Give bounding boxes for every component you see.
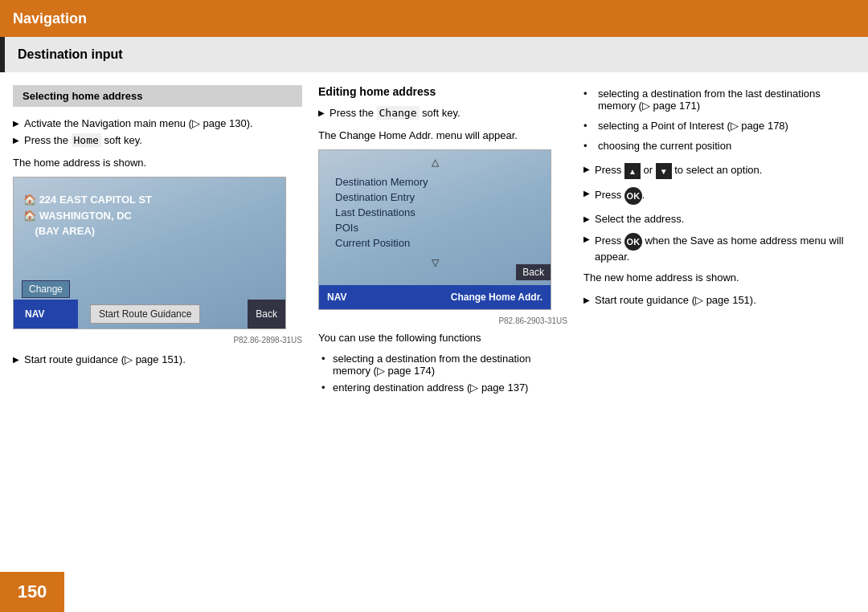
you-can-text: You can use the following functions bbox=[318, 332, 567, 344]
change-code: Change bbox=[377, 106, 420, 120]
menu-item-current-pos[interactable]: Current Position bbox=[335, 235, 534, 251]
ok-button-1: OK bbox=[624, 187, 642, 205]
right-steps-list: Press ▲ or ▼ to select an option. Press … bbox=[583, 161, 855, 265]
editing-title: Editing home address bbox=[318, 85, 567, 98]
footer: 150 bbox=[0, 572, 64, 612]
editing-step-1: Press the Change soft key. bbox=[318, 104, 567, 121]
selecting-home-box: Selecting home address bbox=[13, 85, 302, 107]
nav-label-left: NAV bbox=[14, 300, 78, 328]
dest-title: Destination input bbox=[18, 47, 123, 62]
image-ref-left: P82.86-2898-31US bbox=[13, 336, 302, 345]
change-menu-paragraph: The Change Home Addr. menu will appear. bbox=[318, 129, 567, 141]
middle-bullet-2: entering destination address (▷ page 137… bbox=[318, 379, 567, 396]
menu-item-last-dest[interactable]: Last Destinations bbox=[335, 205, 534, 220]
selecting-home-label: Selecting home address bbox=[23, 90, 143, 102]
left-step-1: Activate the Navigation main menu (▷ pag… bbox=[13, 115, 302, 132]
menu-items-list: Destination Memory Destination Entry Las… bbox=[319, 171, 551, 254]
menu-nav-label: NAV bbox=[327, 292, 346, 303]
new-home-paragraph: The new home address is shown. bbox=[583, 271, 855, 284]
right-step-4: Press OK when the Save as home address m… bbox=[583, 231, 855, 265]
middle-bullet-list: selecting a destination from the destina… bbox=[318, 350, 567, 396]
right-step-1: Press ▲ or ▼ to select an option. bbox=[583, 161, 855, 182]
change-button-screen[interactable]: Change bbox=[22, 280, 70, 298]
menu-screen-middle: △ Destination Memory Destination Entry L… bbox=[318, 149, 551, 310]
right-column: selecting a destination from the last de… bbox=[583, 85, 855, 559]
up-arrow-icon: ▲ bbox=[624, 163, 641, 179]
page-number: 150 bbox=[18, 581, 47, 602]
left-column: Selecting home address Activate the Navi… bbox=[13, 85, 302, 559]
left-steps-list: Activate the Navigation main menu (▷ pag… bbox=[13, 115, 302, 149]
address-display: 🏠 224 EAST CAPITOL ST 🏠 WASHINGTON, DC (… bbox=[23, 192, 152, 239]
right-bullet-2: selecting a Point of Interest (▷ page 17… bbox=[583, 117, 855, 134]
back-button-screen[interactable]: Back bbox=[248, 300, 285, 328]
right-bullet-3: choosing the current position bbox=[583, 137, 855, 154]
menu-change-home-title: Change Home Addr. bbox=[451, 292, 542, 303]
menu-item-pois[interactable]: POIs bbox=[335, 220, 534, 235]
middle-bullet-1: selecting a destination from the destina… bbox=[318, 350, 567, 379]
menu-arrow-up: △ bbox=[319, 150, 551, 171]
home-address-shown: The home address is shown. bbox=[13, 157, 302, 169]
editing-step-list: Press the Change soft key. bbox=[318, 104, 567, 121]
menu-item-dest-memory[interactable]: Destination Memory bbox=[335, 174, 534, 190]
screen-bottom-bar: NAV Back bbox=[14, 300, 285, 328]
navigation-header: Navigation bbox=[0, 0, 868, 37]
right-step-2: Press OK. bbox=[583, 185, 855, 207]
menu-item-dest-entry[interactable]: Destination Entry bbox=[335, 190, 534, 205]
left-step-2: Press the Home soft key. bbox=[13, 132, 302, 149]
nav-title: Navigation bbox=[13, 10, 87, 27]
down-arrow-icon: ▼ bbox=[656, 163, 672, 179]
middle-column: Editing home address Press the Change so… bbox=[318, 85, 567, 559]
left-final-step: Start route guidance (▷ page 151). bbox=[13, 351, 302, 368]
right-final-step: Start route guidance (▷ page 151). bbox=[583, 292, 855, 308]
right-step-5: Start route guidance (▷ page 151). bbox=[583, 292, 855, 308]
right-bullet-list: selecting a destination from the last de… bbox=[583, 85, 855, 154]
menu-screen-bottom-bar: NAV Change Home Addr. bbox=[319, 285, 551, 309]
back-button-menu[interactable]: Back bbox=[516, 264, 551, 280]
left-step-3: Start route guidance (▷ page 151). bbox=[13, 351, 302, 368]
image-ref-middle: P82.86-2903-31US bbox=[318, 316, 567, 325]
main-content: Selecting home address Activate the Navi… bbox=[0, 72, 868, 572]
right-step-3: Select the address. bbox=[583, 210, 855, 227]
right-bullet-1: selecting a destination from the last de… bbox=[583, 85, 855, 114]
destination-header: Destination input bbox=[0, 37, 868, 72]
nav-screen-left: 🏠 224 EAST CAPITOL ST 🏠 WASHINGTON, DC (… bbox=[13, 177, 286, 329]
home-code: Home bbox=[72, 133, 101, 147]
ok-button-2: OK bbox=[624, 233, 642, 251]
